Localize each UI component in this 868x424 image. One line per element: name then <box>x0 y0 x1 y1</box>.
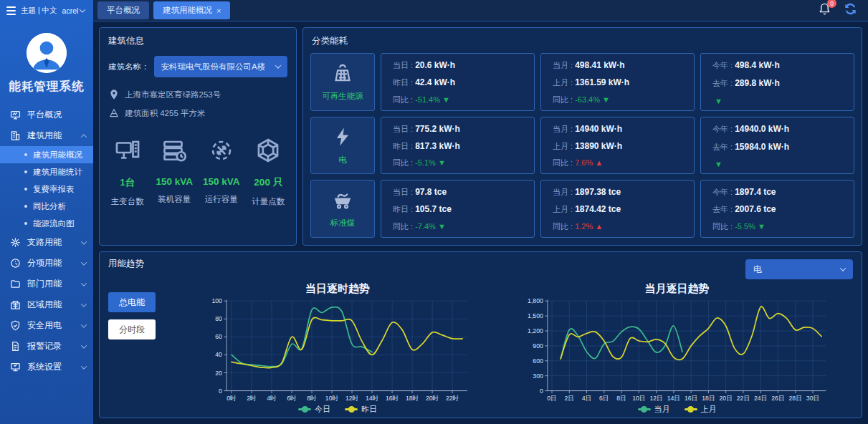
svg-text:16时: 16时 <box>386 395 399 402</box>
renewable-icon <box>332 62 353 87</box>
tab-0[interactable]: 平台概况 <box>97 1 149 19</box>
svg-text:20日: 20日 <box>719 395 732 402</box>
stat-line: 去年 :15984.0 kW·h <box>712 142 842 153</box>
legend-item[interactable]: 今日 <box>298 404 330 415</box>
sidebar-menu: 平台概况 建筑用能 建筑用能概况 建筑用能统计 复费率报表 同比分析 能源流向图… <box>0 105 93 424</box>
svg-text:8日: 8日 <box>616 395 626 402</box>
sidebar-subitem-label: 复费率报表 <box>33 184 75 195</box>
bullet-icon <box>24 188 27 191</box>
user-avatar-icon <box>27 33 67 73</box>
chart-0: 当日逐时趋势 0204060801000时2时4时6时8时10时12时14时16… <box>180 279 495 415</box>
trend-line: 同比 :-63.4% ▼ <box>553 95 682 105</box>
refresh-icon[interactable] <box>843 1 858 19</box>
trend-line: 同比 :7.6% ▲ <box>553 158 682 168</box>
sidebar-item-8[interactable]: 系统设置 <box>0 357 93 377</box>
svg-text:4时: 4时 <box>267 395 277 402</box>
stat-label: 装机容量 <box>151 194 199 205</box>
svg-text:28日: 28日 <box>788 395 801 402</box>
svg-text:10日: 10日 <box>632 395 645 402</box>
sidebar-item-6[interactable]: 安全用电 <box>0 315 93 336</box>
trend-mode-button-1[interactable]: 分时段 <box>108 319 156 339</box>
trend-buttons: 总电能分时段 <box>108 279 180 415</box>
theme-language-label[interactable]: 主题 | 中文 <box>21 6 57 16</box>
category-cell: 标准煤 <box>310 180 375 238</box>
legend-item[interactable]: 当月 <box>638 404 670 415</box>
sidebar-subitem[interactable]: 能源流向图 <box>0 215 93 232</box>
close-icon[interactable]: × <box>216 6 221 15</box>
legend-marker-icon <box>298 408 311 410</box>
user-menu[interactable]: acrel <box>62 6 85 15</box>
line-chart: 03006009001,2001,5001,8000日2日4日6日8日10日12… <box>498 297 857 403</box>
building-info-title: 建筑信息 <box>100 28 296 52</box>
branch-icon <box>9 237 21 249</box>
trend-line: ▼ <box>712 160 842 168</box>
energy-type-select[interactable]: 电 <box>745 259 853 279</box>
building-icon <box>9 130 21 142</box>
sidebar-item-5[interactable]: 区域用能 <box>0 294 93 315</box>
document-icon <box>9 341 21 352</box>
avatar <box>27 33 67 73</box>
energy-stat-card: 当月 :14940 kW·h上月 :13890 kW·h 同比 :7.6% ▲ <box>540 117 695 175</box>
series-昨日 <box>232 317 462 367</box>
svg-text:2时: 2时 <box>247 395 257 402</box>
svg-text:30日: 30日 <box>806 395 819 402</box>
building-stat: 150 kVA 运行容量 <box>198 138 245 207</box>
menu-toggle-icon[interactable] <box>6 6 16 15</box>
sidebar-item-3[interactable]: 分项用能 <box>0 253 93 274</box>
meter-points-icon <box>245 138 292 166</box>
sidebar-item-label: 平台概况 <box>27 109 86 121</box>
building-name-value: 安科瑞电气股份有限公司A楼 <box>161 62 266 72</box>
chart-legend: 当月上月 <box>638 404 717 415</box>
svg-text:1,200: 1,200 <box>528 327 543 334</box>
legend-item[interactable]: 上月 <box>685 404 717 415</box>
stat-label: 计量点数 <box>245 196 292 207</box>
sidebar-subitem[interactable]: 同比分析 <box>0 198 93 215</box>
svg-text:300: 300 <box>533 372 543 380</box>
energy-stat-card: 当日 :775.2 kW·h昨日 :817.3 kW·h 同比 :-5.1% ▼ <box>381 117 535 175</box>
building-area-row: 建筑面积 4255 平方米 <box>100 100 296 119</box>
sidebar-subitem-label: 建筑用能概况 <box>33 150 82 160</box>
stat-line: 昨日 :105.7 tce <box>393 204 523 215</box>
sidebar-item-label: 报警记录 <box>27 340 75 352</box>
chevron-down-icon <box>81 301 87 307</box>
line-chart: 0204060801000时2时4时6时8时10时12时14时16时18时20时… <box>180 297 495 403</box>
energy-stat-card: 当日 :20.6 kW·h昨日 :42.4 kW·h 同比 :-51.4% ▼ <box>381 53 535 111</box>
legend-marker-icon <box>685 408 697 410</box>
app-root: 主题 | 中文 acrel 能耗管理系统 平台概况 建筑用能 建筑用能概况 建筑… <box>0 0 868 424</box>
energy-stat-card: 今年 :498.4 kW·h去年 :289.8 kW·h ▼ <box>700 53 854 111</box>
chevron-down-icon <box>80 6 85 12</box>
sidebar-item-1[interactable]: 建筑用能 <box>0 125 93 146</box>
building-stat: 150 kVA 装机容量 <box>151 138 199 207</box>
stat-line: 今年 :1897.4 tce <box>712 187 842 198</box>
building-area: 建筑面积 4255 平方米 <box>125 108 205 119</box>
building-name-select[interactable]: 安科瑞电气股份有限公司A楼 <box>154 56 288 77</box>
trend-title: 用能趋势 <box>108 258 144 270</box>
svg-text:18日: 18日 <box>702 395 715 402</box>
svg-text:40: 40 <box>215 351 222 358</box>
sidebar-subitem[interactable]: 复费率报表 <box>0 180 93 198</box>
trend-line: 同比 :-7.4% ▼ <box>393 221 523 232</box>
stat-line: 当日 :97.8 tce <box>393 187 523 198</box>
platform-monitor-icon <box>9 110 21 121</box>
stat-line: 去年 :2007.6 tce <box>712 204 842 215</box>
svg-text:24日: 24日 <box>754 395 767 402</box>
sidebar-item-7[interactable]: 报警记录 <box>0 336 93 357</box>
svg-text:2日: 2日 <box>564 395 574 402</box>
coal-icon <box>332 189 353 213</box>
trend-mode-button-0[interactable]: 总电能 <box>108 292 156 312</box>
category-rows: 可再生能源当日 :20.6 kW·h昨日 :42.4 kW·h 同比 :-51.… <box>303 52 862 245</box>
tab-1[interactable]: 建筑用能概况 × <box>153 1 230 19</box>
sidebar-item-2[interactable]: 支路用能 <box>0 232 93 253</box>
sidebar-item-label: 支路用能 <box>27 236 75 249</box>
svg-text:6时: 6时 <box>287 395 297 402</box>
sidebar-item-4[interactable]: 部门用能 <box>0 274 93 294</box>
sidebar-subitem[interactable]: 建筑用能统计 <box>0 163 93 180</box>
sidebar-item-0[interactable]: 平台概况 <box>0 105 93 125</box>
svg-text:22时: 22时 <box>446 395 459 402</box>
sidebar-subitem[interactable]: 建筑用能概况 <box>0 146 93 163</box>
category-name: 电 <box>338 155 347 165</box>
legend-item[interactable]: 昨日 <box>345 404 377 415</box>
svg-text:14时: 14时 <box>366 395 379 402</box>
chevron-down-icon <box>81 238 87 244</box>
notification-bell-icon[interactable]: 0 <box>818 2 831 19</box>
